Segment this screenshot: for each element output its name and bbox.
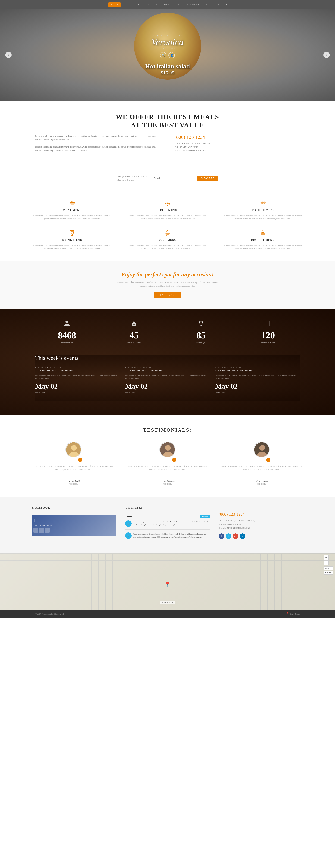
menu-section: MEAT MENU Praesent vestibulum aenean non… (0, 189, 335, 261)
drink-icon (32, 229, 113, 236)
linda-quote-end: " (32, 474, 115, 478)
email-line: E-MAIL: MAIL@DEMOLINK.ORG (175, 149, 300, 152)
drink-menu-text: Praesent vestibulum aenean nonummy hendr… (32, 244, 113, 250)
event3-doors: doors:19pm (215, 391, 300, 394)
grill-menu-text: Praesent vestibulum aenean nonummy hendr… (127, 214, 208, 220)
event3-desc: Mortes asneter ridiculus mus. Nulla dui.… (215, 374, 300, 380)
best-meals-text: Praesent vestibulum aenean nonummy hendr… (35, 134, 160, 152)
tweet1-text: Template.help.com @exampleuser 4h Templa… (133, 520, 210, 527)
clients-label: clients served (35, 341, 99, 344)
events-next-button[interactable]: › (295, 397, 296, 401)
bottom-phone-number: 123 1234 (229, 512, 245, 517)
nav-menu[interactable]: MENU (164, 3, 171, 6)
april-role: (CLIENT) (126, 483, 209, 485)
bottom-phone: (800) 123 1234 (219, 512, 303, 517)
svg-point-26 (165, 445, 171, 451)
nav-dot-4 (206, 4, 207, 5)
soup-menu-text: Praesent vestibulum aenean nonummy hendr… (127, 244, 208, 250)
events-heading: This week`s events (35, 355, 300, 361)
newsletter-text-line1: Enter your email here to receive our (117, 176, 147, 178)
event-card-3: Praesent vestibulum AENEAN NONUMMY HENDR… (215, 367, 300, 394)
nav-news[interactable]: OUR NEWS (186, 3, 199, 6)
newsletter-input[interactable] (151, 176, 193, 181)
dessert-menu-title: DESSERT MENU (222, 239, 303, 242)
email-label: E-MAIL: (175, 149, 183, 151)
nav-about[interactable]: ABOUT US (136, 3, 149, 6)
svg-line-9 (169, 235, 169, 236)
bottom-contact-block: (800) 123 1234 USA – CHICAGO, 901 EAST E… (219, 506, 303, 545)
linda-name: — Linda Smith (32, 479, 115, 482)
footer-copyright: © 2014 Veronica. All rights reserved. (35, 613, 64, 615)
testimonial-linda: " Praesent vestibulum aenean nonummy hen… (32, 442, 115, 485)
newsletter-section: Enter your email here to receive our lat… (0, 172, 335, 189)
dessert-menu-text: Praesent vestibulum aenean nonummy hendr… (222, 244, 303, 250)
map-location-label: High Bridge (160, 600, 175, 604)
stat-dishes: 120 dishes in menu (236, 319, 300, 344)
tweet2-text: Template.help.com @exampleuser 15h Cherr… (133, 532, 210, 539)
learn-more-button[interactable]: LEARN MORE (154, 292, 181, 298)
event1-subtitle: AENEAN NONUMMY HENDRERIT (35, 369, 120, 372)
best-meals-content: Praesent vestibulum aenean nonummy hendr… (35, 134, 300, 152)
menu-item-seafood: SEAFOOD MENU Praesent vestibulum aenean … (222, 199, 303, 220)
grill-icon (127, 199, 208, 206)
map-button[interactable]: Map (324, 566, 333, 570)
nav-contacts[interactable]: CONTACTS (214, 3, 227, 6)
map-controls: + − Map Satellite (324, 555, 333, 575)
navigation: HOME ABOUT US MENU OUR NEWS CONTACTS (0, 0, 335, 9)
stat-cooks: 45 cooks & waiters (102, 319, 166, 344)
hero-next-button[interactable]: › (324, 52, 330, 58)
svg-rect-31 (260, 447, 265, 447)
address-line1: USA – CHICAGO, 901 EAST E STREET, (175, 142, 300, 145)
svg-rect-10 (261, 233, 265, 235)
john-quote-badge: " (266, 458, 270, 462)
event2-subtitle: AENEAN NONUMMY HENDRERIT (125, 369, 210, 372)
map-zoom-in[interactable]: + (324, 555, 329, 560)
bottom-phone-prefix: (800) (219, 512, 228, 517)
map-pin: 📍 (164, 582, 171, 587)
soup-icon (127, 229, 208, 236)
follow-button[interactable]: Follow (200, 515, 210, 518)
linda-avatar (65, 442, 81, 458)
april-quote-end: " (126, 474, 209, 478)
april-text: Praesent vestibulum aenean nonummy hendr… (126, 465, 209, 471)
meat-icon (32, 199, 113, 206)
social-icons-row: f t g+ in (219, 533, 303, 539)
linda-role: (CLIENT) (32, 483, 115, 485)
hero-prev-button[interactable]: ‹ (5, 52, 11, 58)
nav-home[interactable]: HOME (108, 2, 121, 7)
bottom-email-value: MAIL@DEMOLINK.ORG (227, 527, 250, 529)
events-grid: Praesent vestibulum AENEAN NONUMMY HENDR… (35, 367, 300, 394)
linda-quote-badge: " (78, 458, 82, 462)
facebook-icon-link[interactable]: f (219, 533, 224, 539)
event2-date: May 02 (125, 383, 210, 390)
twitter-header: Tweets Follow (125, 515, 210, 518)
nav-dot-3 (178, 4, 179, 5)
map-zoom-out[interactable]: − (324, 560, 329, 565)
beverages-number: 85 (169, 331, 233, 340)
linda-text: Praesent vestibulum aenean nonummy hendr… (32, 465, 115, 471)
twitter-feed: 🐦 Template.help.com @exampleuser 4h Temp… (125, 520, 210, 542)
googleplus-icon-link[interactable]: g+ (233, 533, 238, 539)
beverages-label: beverages (169, 341, 233, 344)
satellite-button[interactable]: Satellite (324, 571, 333, 575)
cooks-number: 45 (102, 331, 166, 340)
subscribe-button[interactable]: SUBSCRIBE (196, 176, 218, 181)
dishes-label: dishes in menu (236, 341, 300, 344)
hero-search-button[interactable]: 🔍 (160, 52, 166, 58)
dessert-icon (222, 229, 303, 236)
linkedin-icon-link[interactable]: in (240, 533, 245, 539)
svg-point-23 (71, 445, 77, 451)
seafood-menu-title: SEAFOOD MENU (222, 209, 303, 212)
john-quote-end: " (220, 474, 303, 478)
events-prev-button[interactable]: ‹ (291, 397, 293, 401)
menu-grid: MEAT MENU Praesent vestibulum aenean non… (32, 199, 303, 250)
cooks-label: cooks & waiters (102, 341, 166, 344)
stats-grid: 8468 clients served 45 cooks & waiters (35, 319, 300, 344)
event2-pretitle: Praesent vestibulum (125, 367, 210, 369)
twitter-icon-link[interactable]: t (226, 533, 231, 539)
svg-point-29 (259, 445, 265, 451)
menu-item-soup: SOUP MENU Praesent vestibulum aenean non… (127, 229, 208, 250)
event1-date: May 02 (35, 383, 120, 390)
hero-user-button[interactable]: 👤 (169, 52, 175, 58)
twitter-block: TWITTER: Tweets Follow 🐦 Template.help.c… (125, 506, 210, 545)
